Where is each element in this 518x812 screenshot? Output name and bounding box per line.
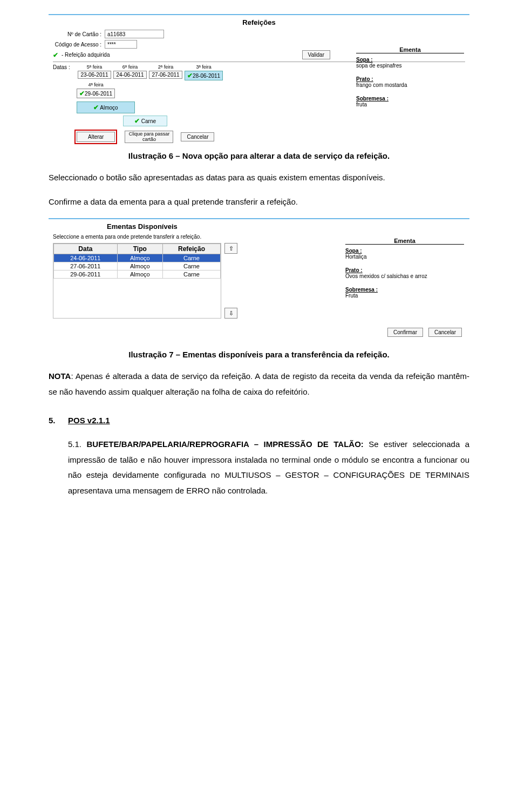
- ementas-table-wrap: Data Tipo Refeição 24-06-2011 Almoço Car…: [53, 243, 221, 319]
- label-cartao: Nº de Cartão :: [53, 31, 101, 37]
- date-button[interactable]: 23-06-2011: [78, 71, 111, 79]
- table-row[interactable]: 27-06-2011 Almoço Carne: [54, 262, 221, 270]
- caption-2: Ilustração 7 – Ementas disponíveis para …: [49, 350, 469, 359]
- table-row[interactable]: 29-06-2011 Almoço Carne: [54, 270, 221, 279]
- col-data: Data: [54, 244, 118, 254]
- date-button[interactable]: 24-06-2011: [113, 71, 147, 79]
- carne-tab[interactable]: ✔ Carne: [123, 116, 167, 126]
- ementa-heading: Ementa: [345, 238, 464, 245]
- sobremesa-value: fruta: [356, 102, 464, 107]
- alterar-highlight: Alterar: [74, 130, 117, 144]
- ementas-table[interactable]: Data Tipo Refeição 24-06-2011 Almoço Car…: [53, 243, 221, 279]
- date-button-selected[interactable]: ✔28-06-2011: [185, 71, 223, 80]
- section-heading: 5.POS v2.1.1: [49, 416, 469, 425]
- label-datas: Datas :: [53, 64, 74, 70]
- day-label: 2ª feira: [158, 64, 173, 70]
- check-icon: ✔: [187, 72, 193, 79]
- caption-1: Ilustração 6 – Nova opção para alterar a…: [49, 151, 469, 160]
- item-strong: BUFETE/BAR/PAPELARIA/REPROGRAFIA – IMPRE…: [86, 439, 363, 449]
- ementa-panel: Ementa Sopa : Hortaliça Prato : Ovos mex…: [345, 238, 464, 306]
- check-icon: ✔: [134, 117, 140, 125]
- arrow-up-button[interactable]: ⇧: [224, 243, 237, 254]
- sopa-value: sopa de espinafres: [356, 63, 464, 69]
- item-number: 5.1.: [68, 439, 81, 449]
- paragraph-nota: NOTA: Apenas é alterada a data de serviç…: [49, 369, 469, 400]
- check-icon: ✔: [79, 90, 85, 97]
- arrow-down-button[interactable]: ⇩: [224, 308, 237, 319]
- col-tipo: Tipo: [117, 244, 162, 254]
- nota-text: : Apenas é alterada a data de serviço da…: [49, 371, 469, 396]
- prato-value: frango com mostarda: [356, 82, 464, 88]
- paragraph: Seleccionado o botão são apresentadas as…: [49, 170, 469, 186]
- cartao-input[interactable]: [105, 30, 164, 38]
- prato-label: Prato :: [345, 267, 464, 273]
- col-refeicao: Refeição: [162, 244, 220, 254]
- cancelar-button[interactable]: Cancelar: [428, 328, 462, 337]
- sobremesa-label: Sobremesa :: [356, 96, 464, 102]
- screenshot-refeicoes: Refeições Nº de Cartão : Código de Acess…: [49, 14, 469, 144]
- date-button[interactable]: 27-06-2011: [149, 71, 182, 79]
- date-button[interactable]: ✔29-06-2011: [77, 89, 115, 98]
- check-icon: ✔: [93, 104, 99, 111]
- list-item: 5.1. BUFETE/BAR/PAPELARIA/REPROGRAFIA – …: [68, 437, 469, 498]
- day-label: 6ª feira: [122, 64, 138, 70]
- day-label: 4ª feira: [88, 82, 103, 87]
- nota-strong: NOTA: [49, 371, 71, 381]
- validar-button[interactable]: Validar: [302, 50, 330, 59]
- window-title: Refeições: [53, 18, 465, 26]
- section-title: POS v2.1.1: [68, 416, 110, 425]
- sobremesa-value: Fruta: [345, 293, 464, 299]
- clique-cartao-button[interactable]: Clique para passar cartão: [125, 131, 173, 144]
- day-label: 3ª feira: [196, 64, 211, 70]
- sobremesa-label: Sobremesa :: [345, 287, 464, 293]
- almoco-tab[interactable]: ✔ Almoço: [77, 102, 135, 113]
- sopa-label: Sopa :: [356, 57, 464, 63]
- sopa-label: Sopa :: [345, 248, 464, 254]
- check-icon: ✔: [53, 51, 58, 59]
- label-codigo: Código de Acesso :: [53, 42, 101, 48]
- day-label: 5ª feira: [87, 64, 102, 70]
- sopa-value: Hortaliça: [345, 254, 464, 260]
- paragraph: Confirme a data da ementa para a qual pr…: [49, 194, 469, 210]
- confirmar-button[interactable]: Confirmar: [387, 328, 423, 337]
- ementa-heading: Ementa: [356, 46, 464, 53]
- section-number: 5.: [49, 416, 68, 425]
- ementa-panel: Ementa Sopa : sopa de espinafres Prato :…: [356, 46, 464, 115]
- codigo-input[interactable]: [105, 40, 137, 49]
- window-title: Ementas Disponíveis: [53, 222, 465, 231]
- prato-label: Prato :: [356, 76, 464, 82]
- prato-value: Ovos mexidos c/ salsichas e arroz: [345, 273, 464, 279]
- alterar-button[interactable]: Alterar: [77, 132, 115, 142]
- screenshot-ementas: Ementas Disponíveis Seleccione a ementa …: [49, 218, 469, 342]
- table-row-selected[interactable]: 24-06-2011 Almoço Carne: [54, 254, 221, 262]
- cancelar-button[interactable]: Cancelar: [181, 132, 214, 141]
- label-adquirida: - Refeição adquirida: [62, 52, 110, 58]
